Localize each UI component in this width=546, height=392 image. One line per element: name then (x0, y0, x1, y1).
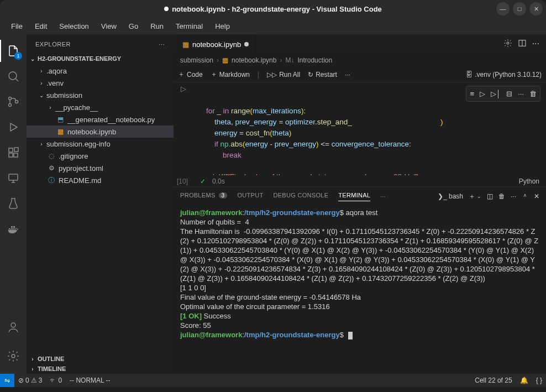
menu-help[interactable]: Help (209, 20, 235, 33)
split-terminal-icon[interactable]: ◫ (487, 192, 493, 200)
gitignore-file-icon: ◌ (46, 152, 56, 160)
add-markdown-button[interactable]: ＋Markdown (211, 70, 250, 79)
status-braces-icon[interactable]: { } (532, 377, 546, 384)
bottom-panel: PROBLEMS3 OUTPUT DEBUG CONSOLE TERMINAL … (174, 187, 546, 374)
activity-testing-icon[interactable] (0, 191, 27, 216)
panel-more-icon[interactable]: ··· (511, 192, 516, 200)
restart-button[interactable]: ↻Restart (308, 71, 337, 79)
run-by-line-icon[interactable]: ▷│ (490, 87, 502, 100)
run-all-button[interactable]: ▷▷Run All (267, 71, 300, 79)
activity-search-icon[interactable] (0, 64, 27, 88)
file-pyproject[interactable]: ⚙pyproject.toml (27, 162, 174, 174)
terminal-output[interactable]: julian@framework:/tmp/h2-groundstate-ene… (174, 205, 546, 374)
more-icon[interactable]: ··· (517, 87, 525, 100)
activity-explorer-icon[interactable]: 1 (0, 39, 27, 63)
status-notifications-icon[interactable]: 🔔 (516, 377, 532, 384)
run-icon[interactable]: ▷ (479, 87, 486, 100)
maximize-panel-icon[interactable]: ＾ (522, 192, 528, 201)
status-ports[interactable]: ᯤ0 (46, 374, 66, 387)
explorer-header: EXPLORER ··· (27, 34, 174, 54)
remote-indicator[interactable]: ⇋ (0, 374, 14, 387)
chevron-right-icon: › (38, 68, 45, 74)
add-code-button[interactable]: ＋Code (178, 70, 203, 79)
window-title: notebook.ipynb - h2-groundstate-energy -… (164, 5, 382, 13)
activity-remote-icon[interactable] (0, 166, 27, 190)
folder-venv[interactable]: ›.venv (27, 77, 174, 89)
panel-tab-terminal[interactable]: TERMINAL (338, 192, 370, 201)
code-cell[interactable]: ▷ ≡ ▷ ▷│ ⊟ ··· 🗑 for _ in range(max_iter… (174, 82, 546, 175)
timeline-section-header[interactable]: ›TIMELINE (27, 364, 174, 374)
titlebar: notebook.ipynb - h2-groundstate-energy -… (0, 0, 546, 18)
terminal-cursor (348, 332, 353, 339)
menu-go[interactable]: Go (123, 20, 144, 33)
new-terminal-button[interactable]: ＋ ⌄ (469, 192, 481, 201)
activity-account-icon[interactable] (0, 315, 27, 339)
status-problems[interactable]: ⊘0 ⚠3 (14, 374, 46, 387)
activity-docker-icon[interactable] (0, 217, 27, 241)
project-section-header[interactable]: ⌄ H2-GROUNDSTATE-ENERGY (27, 54, 174, 64)
file-readme[interactable]: ⓘREADME.md (27, 174, 174, 186)
code-editor[interactable]: ≡ ▷ ▷│ ⊟ ··· 🗑 for _ in range(max_iterat… (193, 82, 546, 175)
tab-notebook[interactable]: ▦ notebook.ipynb (176, 34, 256, 54)
menu-edit[interactable]: Edit (29, 20, 53, 33)
settings-icon[interactable] (503, 39, 512, 50)
explorer-more-icon[interactable]: ··· (159, 41, 165, 48)
server-icon: 🗄 (466, 71, 473, 79)
activity-run-debug-icon[interactable] (0, 115, 27, 139)
activity-extensions-icon[interactable] (0, 140, 27, 165)
folder-pycache[interactable]: ›__pycache__ (27, 101, 174, 113)
chevron-right-icon: › (29, 366, 36, 372)
activity-source-control-icon[interactable] (0, 90, 27, 114)
file-gitignore[interactable]: ◌.gitignore (27, 150, 174, 162)
execution-time: 0.0s (212, 177, 225, 185)
split-cell-icon[interactable]: ⊟ (505, 87, 513, 100)
folder-egg-info[interactable]: ›submission.egg-info (27, 138, 174, 150)
explorer-sidebar: EXPLORER ··· ⌄ H2-GROUNDSTATE-ENERGY ›.a… (27, 34, 174, 374)
delete-cell-icon[interactable]: 🗑 (528, 87, 538, 100)
markdown-section-icon: M↓ (285, 56, 294, 64)
terminal-profile-selector[interactable]: ❯_bash (438, 192, 463, 200)
file-generated-notebook[interactable]: ⬒__generated__notebook.py (27, 113, 174, 126)
svg-point-9 (11, 323, 15, 327)
kill-terminal-icon[interactable]: 🗑 (498, 192, 505, 200)
menu-run[interactable]: Run (145, 20, 169, 33)
readme-file-icon: ⓘ (46, 176, 56, 185)
svg-rect-8 (9, 174, 18, 180)
menu-terminal[interactable]: Terminal (170, 20, 208, 33)
breadcrumb[interactable]: submission› ▦ notebook.ipynb› M↓ Introdu… (174, 54, 546, 67)
chevron-down-icon: ⌄ (29, 56, 36, 62)
folder-submission[interactable]: ⌄submission (27, 89, 174, 101)
modified-dot-icon (244, 42, 249, 46)
toolbar-more-button[interactable]: ··· (345, 71, 350, 79)
cell-language[interactable]: Python (519, 177, 546, 185)
menu-selection[interactable]: Selection (54, 20, 94, 33)
svg-point-1 (9, 97, 12, 100)
menu-view[interactable]: View (96, 20, 122, 33)
close-button[interactable]: ✕ (529, 2, 543, 15)
chevron-right-icon: › (38, 80, 45, 86)
close-panel-icon[interactable]: ✕ (534, 192, 539, 200)
panel-tab-debug[interactable]: DEBUG CONSOLE (273, 192, 328, 201)
remote-icon: ⇋ (4, 377, 10, 384)
file-notebook-ipynb[interactable]: ▦notebook.ipynb (27, 126, 174, 138)
maximize-button[interactable]: □ (513, 2, 526, 15)
outline-section-header[interactable]: ›OUTLINE (27, 354, 174, 364)
svg-rect-6 (14, 153, 18, 157)
kernel-selector[interactable]: 🗄 .venv (Python 3.10.12) (466, 71, 542, 79)
folder-aqora[interactable]: ›.aqora (27, 65, 174, 77)
svg-point-3 (15, 101, 18, 103)
python-icon[interactable]: ≡ (469, 87, 475, 100)
panel-more-icon[interactable]: ··· (380, 193, 385, 200)
execution-count: [10] (177, 177, 193, 185)
status-cell-position[interactable]: Cell 22 of 25 (471, 377, 516, 384)
error-icon: ⊘ (18, 377, 24, 384)
split-editor-icon[interactable] (518, 39, 527, 50)
svg-rect-5 (9, 153, 13, 157)
run-cell-icon[interactable]: ▷ (181, 85, 186, 93)
minimize-button[interactable]: — (496, 2, 510, 15)
more-actions-icon[interactable]: ··· (532, 39, 539, 50)
panel-tab-problems[interactable]: PROBLEMS3 (180, 192, 227, 201)
panel-tab-output[interactable]: OUTPUT (237, 192, 263, 201)
menu-file[interactable]: File (6, 20, 28, 33)
activity-settings-icon[interactable] (0, 344, 27, 368)
